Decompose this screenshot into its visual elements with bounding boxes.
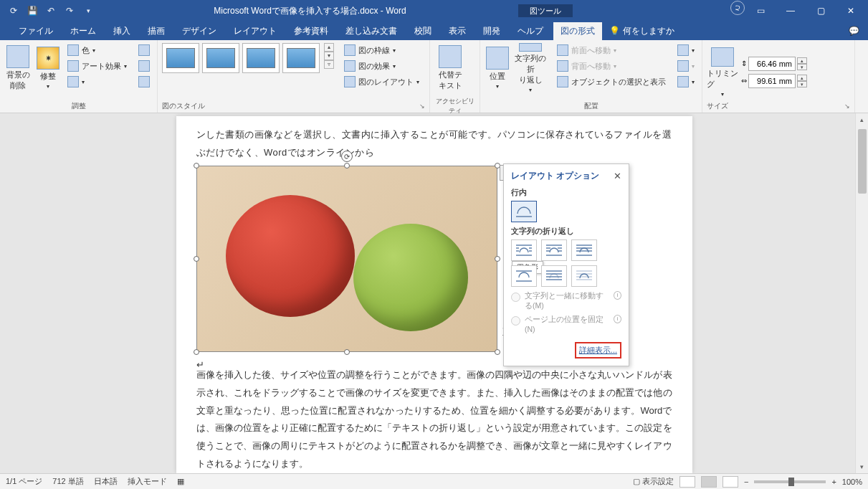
- compress-button[interactable]: [135, 43, 153, 57]
- redo-icon[interactable]: ↷: [62, 3, 77, 19]
- account-icon[interactable]: ੨: [730, 1, 745, 15]
- info-icon[interactable]: i: [614, 315, 621, 323]
- page-indicator[interactable]: 1/1 ページ: [6, 476, 42, 487]
- tab-references[interactable]: 参考資料: [287, 22, 335, 40]
- width-input[interactable]: ⇔ ▴▾: [741, 74, 807, 88]
- wrap-option-tight[interactable]: [541, 239, 567, 261]
- scroll-thumb[interactable]: [858, 129, 867, 194]
- rotate-button[interactable]: ▾: [674, 75, 697, 89]
- display-settings[interactable]: ▢ 表示設定: [633, 476, 674, 487]
- info-icon[interactable]: i: [614, 291, 621, 300]
- qat-more-icon[interactable]: ▾: [80, 3, 96, 19]
- minimize-icon[interactable]: —: [776, 1, 805, 21]
- tab-insert[interactable]: 挿入: [106, 22, 138, 40]
- save-icon[interactable]: 💾: [24, 3, 40, 19]
- wrap-text-button[interactable]: 文字列の折 り返し▾: [513, 43, 548, 93]
- share-icon[interactable]: 💬: [849, 26, 859, 36]
- wrap-option-behind[interactable]: [541, 265, 567, 287]
- tab-mailings[interactable]: 差し込み文書: [338, 22, 404, 40]
- corrections-button[interactable]: ✷修整▾: [34, 43, 62, 93]
- tab-file[interactable]: ファイル: [11, 22, 60, 40]
- width-up[interactable]: ▴: [797, 75, 807, 81]
- bring-forward-button[interactable]: 前面へ移動▾: [554, 43, 669, 57]
- tab-view[interactable]: 表示: [442, 22, 473, 40]
- send-backward-button[interactable]: 背面へ移動▾: [554, 59, 669, 73]
- tab-design[interactable]: デザイン: [175, 22, 224, 40]
- see-more-link[interactable]: 詳細表示...: [579, 346, 617, 354]
- wrap-option-square[interactable]: 四角形: [511, 239, 537, 261]
- dialog-launcher-icon[interactable]: ↘: [844, 103, 850, 110]
- height-down[interactable]: ▾: [797, 64, 807, 70]
- selection-pane-button[interactable]: オブジェクトの選択と表示: [554, 75, 669, 89]
- word-count[interactable]: 712 単語: [52, 476, 83, 487]
- tab-draw[interactable]: 描画: [140, 22, 172, 40]
- scroll-up-icon[interactable]: ▴: [856, 113, 868, 126]
- picture-effects-button[interactable]: 図の効果▾: [341, 59, 422, 73]
- print-layout-button[interactable]: [701, 476, 717, 488]
- ribbon-display-icon[interactable]: ▭: [746, 1, 775, 21]
- transparency-button[interactable]: ▾: [65, 75, 130, 89]
- change-picture-button[interactable]: [135, 59, 153, 73]
- resize-handle-sw[interactable]: [194, 349, 199, 355]
- insert-mode[interactable]: 挿入モード: [128, 476, 167, 487]
- resize-handle-se[interactable]: [495, 349, 500, 355]
- close-icon[interactable]: ✕: [614, 171, 621, 181]
- resize-handle-e[interactable]: [495, 256, 500, 262]
- close-icon[interactable]: ✕: [836, 1, 865, 21]
- style-thumb[interactable]: [242, 43, 280, 73]
- height-field[interactable]: [748, 57, 796, 71]
- zoom-in-button[interactable]: +: [831, 478, 836, 486]
- color-button[interactable]: 色▾: [65, 43, 130, 57]
- width-down[interactable]: ▾: [797, 81, 807, 87]
- remove-background-button[interactable]: 背景の 削除: [4, 43, 32, 93]
- width-field[interactable]: [748, 74, 796, 88]
- style-thumb[interactable]: [282, 43, 320, 73]
- picture-border-button[interactable]: 図の枠線▾: [341, 43, 422, 57]
- style-thumb[interactable]: [162, 43, 199, 73]
- maximize-icon[interactable]: ▢: [806, 1, 835, 21]
- vertical-scrollbar[interactable]: ▴ ▾: [855, 113, 868, 473]
- artistic-effects-button[interactable]: アート効果▾: [65, 59, 130, 73]
- tab-review[interactable]: 校閲: [407, 22, 439, 40]
- wrap-option-through[interactable]: [571, 239, 597, 261]
- read-mode-button[interactable]: [679, 476, 695, 488]
- wrap-option-topbottom[interactable]: [511, 265, 537, 287]
- radio-move-with-text[interactable]: 文字列と一緒に移動する(M) i: [511, 291, 621, 310]
- reset-picture-button[interactable]: [135, 75, 153, 89]
- undo-icon[interactable]: ↶: [43, 3, 59, 19]
- web-layout-button[interactable]: [722, 476, 738, 488]
- resize-handle-s[interactable]: [344, 349, 350, 355]
- resize-handle-nw[interactable]: [194, 163, 199, 168]
- resize-handle-n[interactable]: [344, 163, 350, 168]
- style-thumb[interactable]: [202, 43, 239, 73]
- scroll-down-icon[interactable]: ▾: [856, 460, 868, 473]
- language-indicator[interactable]: 日本語: [94, 476, 118, 487]
- gallery-scroll[interactable]: ▴▾▿: [324, 43, 334, 69]
- zoom-out-button[interactable]: −: [744, 478, 748, 486]
- resize-handle-w[interactable]: [194, 256, 199, 262]
- crop-button[interactable]: トリミング▾: [707, 47, 738, 98]
- tab-layout[interactable]: レイアウト: [226, 22, 284, 40]
- macro-icon[interactable]: ▦: [177, 477, 184, 486]
- alt-text-button[interactable]: 代替テ キスト: [434, 43, 466, 93]
- rotate-handle[interactable]: ⟳: [341, 151, 353, 162]
- height-input[interactable]: ⇕ ▴▾: [741, 57, 807, 71]
- picture-styles-gallery[interactable]: [162, 43, 320, 73]
- position-button[interactable]: 位置▾: [485, 43, 510, 93]
- align-button[interactable]: ▾: [674, 43, 697, 57]
- dialog-launcher-icon[interactable]: ↘: [419, 103, 425, 110]
- tab-developer[interactable]: 開発: [476, 22, 507, 40]
- inserted-image[interactable]: ⟳: [196, 166, 497, 352]
- picture-layout-button[interactable]: 図のレイアウト▾: [341, 75, 422, 89]
- tab-home[interactable]: ホーム: [63, 22, 103, 40]
- tab-picture-format[interactable]: 図の形式: [553, 22, 602, 40]
- wrap-option-inline[interactable]: [511, 201, 537, 222]
- zoom-level[interactable]: 100%: [842, 478, 862, 486]
- group-button[interactable]: ▾: [674, 59, 697, 73]
- tab-help[interactable]: ヘルプ: [510, 22, 550, 40]
- radio-fix-on-page[interactable]: ページ上の位置を固定(N) i: [511, 315, 621, 334]
- autosave-icon[interactable]: ⟳: [6, 3, 22, 19]
- height-up[interactable]: ▴: [797, 57, 807, 64]
- wrap-option-front[interactable]: [571, 265, 597, 287]
- zoom-slider[interactable]: [754, 480, 826, 483]
